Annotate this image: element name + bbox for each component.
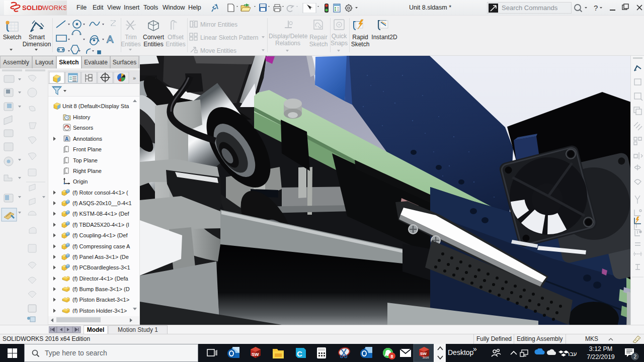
svg-text:2016: 2016 — [423, 356, 429, 359]
svg-text:WORKS: WORKS — [42, 4, 66, 12]
svg-text:SOLID: SOLID — [22, 4, 43, 12]
svg-text:»: » — [133, 75, 136, 81]
svg-text:A: A — [107, 34, 114, 45]
svg-text:A: A — [65, 136, 68, 142]
svg-text:עבר: עבר — [567, 350, 577, 357]
svg-text:C: C — [297, 349, 302, 358]
svg-text:8: 8 — [391, 354, 393, 359]
svg-text:SW: SW — [420, 351, 427, 356]
svg-text:2: 2 — [634, 354, 637, 359]
svg-text:SW: SW — [252, 352, 259, 357]
svg-text:?: ? — [594, 4, 598, 12]
